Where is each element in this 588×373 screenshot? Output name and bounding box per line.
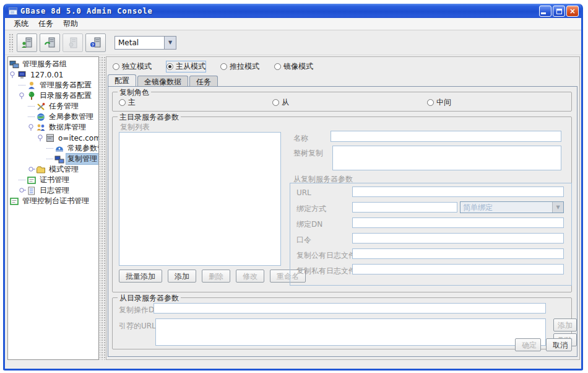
close-button[interactable]: ×: [566, 6, 579, 17]
tab-config[interactable]: 配置: [108, 74, 136, 86]
split-divider[interactable]: [100, 56, 105, 360]
bind-dn-label: 绑定DN: [296, 219, 322, 230]
repl-operation-dn-input[interactable]: [153, 303, 546, 314]
radio-icon: [274, 63, 281, 70]
server-refresh-icon: [43, 36, 57, 50]
tree-item-server-group[interactable]: 管理服务器组: [8, 59, 98, 69]
window-title: GBase 8d 5.0 Admin Console: [20, 7, 539, 15]
menu-system[interactable]: 系统: [9, 18, 33, 30]
tree-item-directory-server-config[interactable]: 目录服务器配置: [8, 90, 98, 101]
public-log-file-input[interactable]: [352, 248, 564, 259]
tree-collapsed-handle-icon[interactable]: [28, 165, 36, 173]
bind-dn-input[interactable]: [352, 217, 564, 228]
tree-copy-textarea[interactable]: [332, 146, 561, 170]
modify-button[interactable]: 修改: [236, 270, 264, 283]
add-button[interactable]: 添加: [168, 270, 196, 283]
tree-item-task-mgmt[interactable]: 任务管理: [8, 101, 98, 112]
tree-collapsed-handle-icon[interactable]: [19, 186, 27, 195]
tree-item-o-itec-com[interactable]: o=itec.com: [8, 133, 98, 143]
tree-expanded-handle-icon[interactable]: [19, 92, 27, 100]
schema-folder-icon: [36, 165, 46, 175]
name-input[interactable]: [331, 131, 561, 142]
certificate-icon: [9, 196, 19, 206]
referral-add-button[interactable]: 添加: [553, 318, 577, 331]
app-icon: [9, 7, 18, 15]
server-plain-button[interactable]: [63, 33, 83, 52]
tree-item-certificate-mgmt[interactable]: 证书管理: [8, 175, 98, 185]
group-title: 从目录服务器参数: [118, 293, 181, 304]
log-icon: [27, 186, 37, 196]
replication-list-box[interactable]: [119, 132, 281, 266]
private-log-folder-input[interactable]: [352, 264, 564, 274]
computer-icon: [17, 70, 27, 80]
group-title: 主目录服务器参数: [118, 112, 181, 123]
tree-expanded-handle-icon[interactable]: [28, 123, 36, 131]
replication-list-label: 复制列表: [120, 122, 150, 133]
servers-group-icon: [9, 59, 19, 69]
tree-item-global-params[interactable]: 全局参数管理: [8, 112, 98, 122]
look-and-feel-select[interactable]: Metal ▼: [115, 36, 176, 50]
toolbar: ? Metal ▼: [5, 30, 581, 55]
maximize-button[interactable]: [553, 6, 565, 17]
tree-item-127001[interactable]: 127.0.01: [8, 69, 98, 80]
bind-method-input[interactable]: [352, 202, 457, 213]
radio-icon: [220, 63, 227, 70]
radio-role-middle[interactable]: 中间: [427, 97, 451, 108]
main-area: 管理服务器组 127.0.01 管理服务器配置 目录服务器配置 任务管理: [5, 55, 581, 368]
menu-task[interactable]: 任务: [33, 18, 58, 30]
server-connect-button[interactable]: [17, 33, 37, 52]
replication-role-group: 复制角色 主 从 中间: [112, 92, 572, 112]
bind-method-label: 绑定方式: [296, 204, 326, 214]
database-users-icon: [36, 123, 46, 133]
tree-item-console-cert-mgmt[interactable]: 管理控制台证书管理: [8, 196, 98, 206]
url-label: URL: [296, 188, 311, 197]
look-and-feel-value: Metal: [115, 37, 164, 49]
url-input[interactable]: [352, 186, 564, 197]
tab-full-mirror-data[interactable]: 全镜像数据: [137, 76, 188, 86]
server-refresh-button[interactable]: [40, 33, 60, 52]
tree-item-database-mgmt[interactable]: 数据库管理: [8, 122, 98, 133]
radio-push-pull-mode[interactable]: 推拉模式: [220, 61, 259, 72]
group-title: 复制角色: [118, 87, 151, 98]
tree-item-schema-mgmt[interactable]: 模式管理: [8, 164, 98, 175]
server-plain-icon: [66, 36, 80, 50]
replication-icon: [54, 154, 64, 164]
titlebar[interactable]: GBase 8d 5.0 Admin Console ×: [5, 4, 581, 18]
toolbar-drag-handle[interactable]: [9, 33, 14, 52]
radio-icon: [272, 99, 279, 106]
radio-standalone-mode[interactable]: 独立模式: [113, 61, 152, 72]
tree-item-log-mgmt[interactable]: 日志管理: [8, 185, 98, 196]
radio-icon: [427, 99, 434, 106]
radio-icon: [113, 63, 119, 70]
chevron-down-icon[interactable]: ▼: [164, 37, 176, 49]
radio-role-master[interactable]: 主: [119, 97, 136, 108]
params-icon: [54, 144, 64, 154]
cancel-button[interactable]: 取消: [546, 338, 572, 351]
database-icon: [45, 133, 55, 143]
radio-mirror-mode[interactable]: 镜像模式: [274, 61, 313, 72]
delete-button[interactable]: 删除: [202, 270, 230, 283]
maximize-icon: [556, 9, 562, 14]
tree-selected-label: 复制管理: [66, 154, 98, 164]
tab-task[interactable]: 任务: [189, 76, 218, 86]
radio-master-slave-mode[interactable]: 主从模式: [166, 61, 205, 72]
ok-button[interactable]: 确定: [515, 338, 541, 351]
close-icon: ×: [569, 6, 576, 16]
tree-item-mgmt-server-config[interactable]: 管理服务器配置: [8, 80, 98, 90]
password-input[interactable]: [352, 233, 564, 244]
menu-help[interactable]: 帮助: [58, 18, 83, 30]
server-help-button[interactable]: ?: [85, 33, 106, 52]
radio-role-slave[interactable]: 从: [272, 97, 289, 108]
minimize-button[interactable]: [539, 6, 551, 17]
desktop: GBase 8d 5.0 Admin Console × 系统 任务 帮助 ? …: [0, 0, 588, 373]
radio-selected-icon: [166, 63, 173, 70]
svg-text:?: ?: [91, 43, 93, 47]
slave-repl-params-panel: URL 绑定方式 简单绑定 ▼ 绑定DN 口令 复制公有日志文件: [290, 183, 572, 286]
tree-item-replication-mgmt[interactable]: 复制管理: [8, 154, 98, 164]
batch-add-button[interactable]: 批量添加: [119, 270, 162, 283]
tree-expanded-handle-icon[interactable]: [37, 134, 45, 142]
tree-expanded-handle-icon[interactable]: [9, 71, 17, 79]
tree-item-general-params[interactable]: 常规参数管理: [8, 143, 98, 154]
referral-url-textarea[interactable]: [155, 318, 546, 346]
bind-method-select[interactable]: 简单绑定 ▼: [460, 201, 564, 213]
